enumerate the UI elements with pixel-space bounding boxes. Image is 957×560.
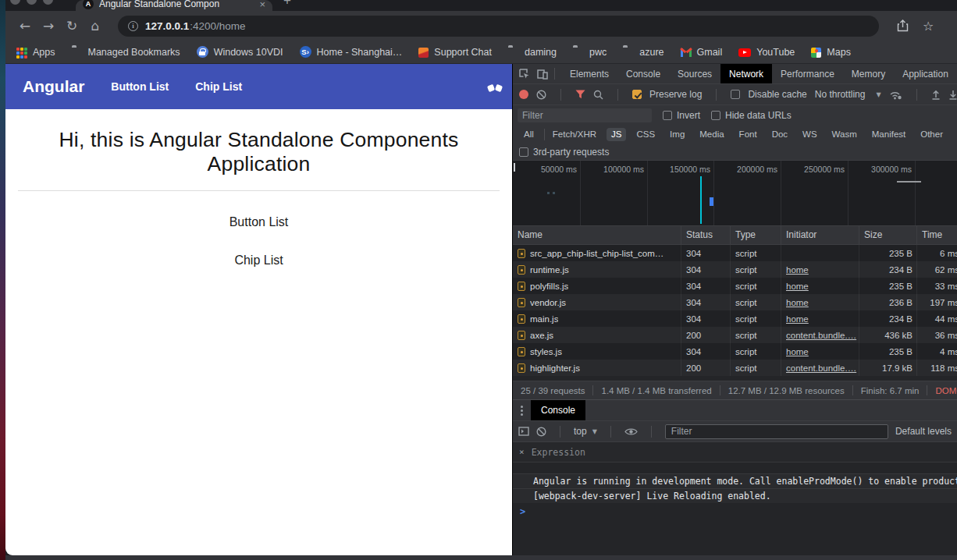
hide-data-urls-checkbox[interactable] (711, 111, 720, 120)
initiator-link[interactable]: content.bundle.… (786, 363, 856, 373)
bookmark-managed-bookmarks[interactable]: Managed Bookmarks (72, 47, 180, 58)
disable-cache-checkbox[interactable] (731, 90, 740, 99)
chip-list-link[interactable]: Chip List (5, 253, 512, 268)
console-prompt[interactable]: > (513, 503, 957, 519)
bookmark-gmail[interactable]: Gmail (681, 47, 723, 58)
type-filter-all[interactable]: All (519, 128, 539, 141)
column-header-time[interactable]: Time (917, 226, 957, 244)
bookmark-folder-daming[interactable]: daming (508, 47, 557, 58)
more-tools-icon[interactable] (521, 406, 523, 416)
type-filter-css[interactable]: CSS (631, 128, 660, 141)
type-filter-fetch-xhr[interactable]: Fetch/XHR (548, 128, 601, 141)
type-filter-wasm[interactable]: Wasm (827, 128, 862, 141)
initiator-link[interactable]: home (786, 298, 809, 307)
bookmark-support-chat[interactable]: Support Chat (418, 47, 492, 58)
home-button[interactable]: ⌂ (84, 18, 107, 34)
table-row[interactable]: runtime.js 304 script home 234 B 62 ms (513, 261, 957, 278)
search-icon[interactable] (593, 90, 603, 100)
export-har-icon[interactable] (948, 90, 957, 100)
initiator-link[interactable]: home (786, 347, 809, 356)
context-selector[interactable]: top (574, 426, 587, 437)
tab-performance[interactable]: Performance (772, 64, 843, 84)
log-levels-dropdown[interactable]: Default levels (895, 426, 952, 437)
type-filter-img[interactable]: Img (665, 128, 689, 141)
import-har-icon[interactable] (931, 90, 941, 100)
console-sidebar-toggle-icon[interactable] (518, 427, 529, 436)
nav-button-list[interactable]: Button List (111, 80, 169, 93)
table-row[interactable]: main.js 304 script home 234 B 44 ms (513, 310, 957, 327)
console-message[interactable]: Angular is running in development mode. … (513, 473, 957, 488)
initiator-link[interactable]: home (786, 314, 809, 324)
initiator-link[interactable]: content.bundle.… (786, 331, 856, 340)
nav-chip-list[interactable]: Chip List (195, 80, 242, 93)
clear-console-icon[interactable] (536, 427, 546, 437)
close-window-button[interactable] (10, 0, 20, 5)
column-header-type[interactable]: Type (731, 226, 781, 244)
invert-checkbox[interactable] (663, 111, 672, 120)
preserve-log-label[interactable]: Preserve log (649, 89, 702, 100)
table-row[interactable]: src_app_chip-list_chip-list_com… 304 scr… (513, 245, 957, 261)
address-bar[interactable]: i 127.0.0.1 :4200/home (118, 16, 879, 37)
close-icon[interactable]: × (519, 447, 525, 457)
type-filter-js[interactable]: JS (607, 128, 626, 141)
initiator-link[interactable]: home (786, 282, 809, 291)
type-filter-other[interactable]: Other (916, 128, 948, 141)
bookmark-youtube[interactable]: YouTube (738, 47, 795, 58)
table-row[interactable]: highlighter.js 200 script content.bundle… (513, 360, 957, 376)
tab-close-icon[interactable]: × (259, 0, 265, 10)
record-network-log-icon[interactable] (519, 90, 528, 99)
preserve-log-checkbox[interactable] (632, 90, 642, 99)
invert-option[interactable]: Invert (663, 110, 700, 121)
clear-network-log-icon[interactable] (536, 90, 546, 100)
tab-console[interactable]: Console (617, 64, 669, 84)
tab-sources[interactable]: Sources (669, 64, 720, 84)
reload-button[interactable]: ↻ (60, 18, 84, 34)
traffic-lights[interactable] (10, 0, 53, 5)
bookmark-home-shanghai[interactable]: S› Home - Shanghai… (300, 46, 403, 58)
type-filter-media[interactable]: Media (695, 128, 728, 141)
initiator-link[interactable]: home (786, 265, 809, 275)
device-toolbar-icon[interactable] (537, 69, 548, 80)
throttling-dropdown[interactable]: No throttling (815, 89, 866, 100)
table-row[interactable]: vendor.js 304 script home 236 B 197 ms (513, 294, 957, 310)
share-icon[interactable] (897, 19, 909, 32)
column-header-initiator[interactable]: Initiator (781, 226, 859, 244)
console-filter-input[interactable] (665, 424, 888, 439)
minimize-window-button[interactable] (27, 0, 37, 5)
type-filter-manifest[interactable]: Manifest (867, 128, 910, 141)
type-filter-font[interactable]: Font (735, 128, 762, 141)
disable-cache-label[interactable]: Disable cache (748, 89, 806, 100)
table-row[interactable]: polyfills.js 304 script home 235 B 33 ms (513, 278, 957, 294)
tab-memory[interactable]: Memory (843, 64, 894, 84)
bookmark-star-icon[interactable]: ☆ (923, 19, 934, 34)
type-filter-ws[interactable]: WS (798, 128, 822, 141)
tab-application[interactable]: Application (894, 64, 957, 84)
eye-icon[interactable] (624, 427, 638, 436)
hide-data-urls-option[interactable]: Hide data URLs (711, 110, 792, 121)
filter-icon[interactable] (575, 90, 585, 99)
tab-network[interactable]: Network (720, 64, 772, 84)
table-row[interactable]: axe.js 200 script content.bundle.… 436 k… (513, 327, 957, 343)
bookmark-windows-10vdi[interactable]: Windows 10VDI (197, 46, 283, 58)
site-info-icon[interactable]: i (128, 21, 138, 31)
tab-elements[interactable]: Elements (561, 64, 617, 84)
drawer-tab-console[interactable]: Console (531, 400, 585, 421)
bookmark-folder-pwc[interactable]: pwc (573, 47, 607, 58)
inspect-element-icon[interactable] (519, 69, 530, 80)
zoom-window-button[interactable] (43, 0, 53, 5)
network-conditions-icon[interactable] (889, 90, 902, 100)
column-header-status[interactable]: Status (681, 226, 731, 244)
browser-tab[interactable]: A Angular Standalone Compon × (76, 0, 272, 11)
table-row[interactable]: styles.js 304 script home 235 B 4 ms (513, 343, 957, 360)
type-filter-doc[interactable]: Doc (767, 128, 792, 141)
live-expression-bar[interactable]: × Expression (513, 442, 957, 463)
back-button[interactable]: ← (13, 18, 37, 34)
button-list-link[interactable]: Button List (5, 215, 512, 229)
bookmark-maps[interactable]: Maps (811, 47, 851, 58)
network-filter-input[interactable] (518, 108, 652, 122)
column-header-size[interactable]: Size (859, 226, 917, 244)
bookmark-folder-azure[interactable]: azure (623, 47, 663, 58)
bookmark-apps[interactable]: Apps (16, 47, 55, 58)
new-tab-button[interactable]: + (283, 0, 291, 9)
console-message[interactable]: [webpack-dev-server] Live Reloading enab… (513, 488, 957, 503)
